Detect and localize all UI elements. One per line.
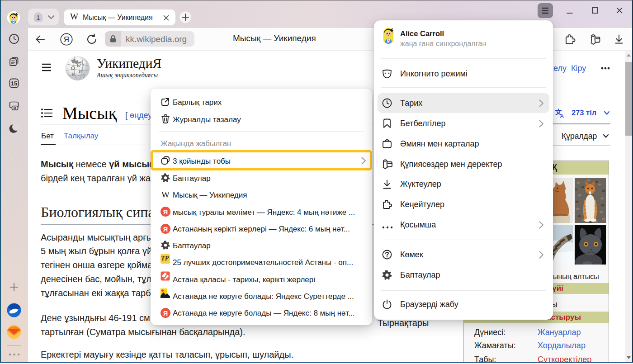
svg-text:7: 7 xyxy=(83,74,85,79)
svg-text:Ω: Ω xyxy=(71,65,76,71)
svg-text:1: 1 xyxy=(37,14,40,21)
svg-text:15: 15 xyxy=(11,80,17,87)
svg-text:Я: Я xyxy=(64,35,69,44)
svg-text:A: A xyxy=(560,113,564,118)
